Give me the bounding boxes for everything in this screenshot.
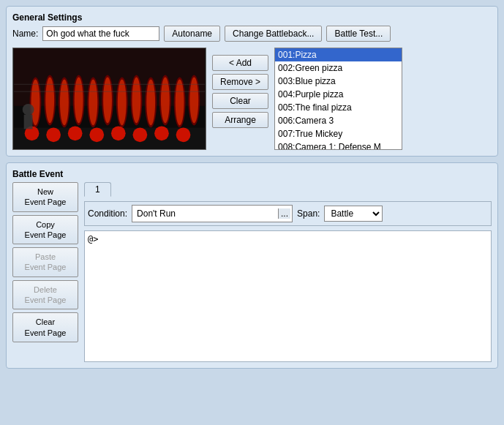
change-battleback-button[interactable]: Change Battleback... xyxy=(225,26,322,42)
battle-event-panel: Battle Event NewEvent Page CopyEvent Pag… xyxy=(6,162,498,369)
svg-point-23 xyxy=(176,79,184,125)
event-text-content: @> xyxy=(88,234,98,244)
new-event-page-button[interactable]: NewEvent Page xyxy=(12,182,78,212)
condition-select-wrapper[interactable]: Don't Run ... xyxy=(132,205,293,222)
condition-label: Condition: xyxy=(88,208,127,219)
name-row: Name: Autoname Change Battleback... Batt… xyxy=(12,26,492,42)
list-item[interactable]: 002:Green pizza xyxy=(275,61,402,75)
condition-value: Don't Run xyxy=(134,207,278,220)
span-select[interactable]: Battle Turn Moment xyxy=(324,206,383,222)
svg-rect-28 xyxy=(14,127,205,149)
general-settings-panel: General Settings Name: Autoname Change B… xyxy=(6,6,498,157)
svg-point-37 xyxy=(23,104,34,116)
name-label: Name: xyxy=(12,29,38,39)
span-label: Span: xyxy=(297,208,320,219)
list-item[interactable]: 007:True Mickey xyxy=(275,127,402,140)
condition-row: Condition: Don't Run ... Span: Battle Tu… xyxy=(84,201,492,226)
event-sidebar: NewEvent Page CopyEvent Page PasteEvent … xyxy=(12,182,78,342)
name-input[interactable] xyxy=(42,26,159,41)
arrange-button[interactable]: Arrange xyxy=(212,112,268,128)
list-item[interactable]: 005:The final pizza xyxy=(275,101,402,114)
svg-point-36 xyxy=(176,127,191,142)
svg-rect-38 xyxy=(24,115,33,129)
remove-button[interactable]: Remove > xyxy=(212,74,268,90)
copy-event-page-button[interactable]: CopyEvent Page xyxy=(12,215,78,245)
delete-event-page-button[interactable]: DeleteEvent Page xyxy=(12,280,78,310)
svg-point-7 xyxy=(60,79,69,125)
tab-row: 1 xyxy=(84,182,492,197)
svg-point-15 xyxy=(118,79,127,125)
battle-event-title: Battle Event xyxy=(12,169,492,179)
svg-point-35 xyxy=(154,126,169,140)
svg-point-31 xyxy=(68,126,83,140)
list-item[interactable]: 003:Blue pizza xyxy=(275,75,402,88)
middle-controls: < Add Remove > Clear Arrange xyxy=(212,48,268,128)
list-item[interactable]: 006:Camera 3 xyxy=(275,114,402,127)
general-settings-title: General Settings xyxy=(12,12,492,23)
svg-point-30 xyxy=(46,127,61,142)
event-content: 1 Condition: Don't Run ... Span: Battle … xyxy=(84,182,492,362)
battle-image xyxy=(12,48,206,150)
clear-event-page-button[interactable]: ClearEvent Page xyxy=(12,312,78,342)
battle-test-button[interactable]: Battle Test... xyxy=(326,26,391,42)
svg-point-33 xyxy=(111,126,126,140)
add-button[interactable]: < Add xyxy=(212,55,268,71)
clear-button[interactable]: Clear xyxy=(212,93,268,109)
item-listbox[interactable]: 001:Pizza002:Green pizza003:Blue pizza00… xyxy=(274,48,402,150)
condition-dots-button[interactable]: ... xyxy=(278,208,290,219)
content-row: < Add Remove > Clear Arrange 001:Pizza00… xyxy=(12,48,492,150)
svg-point-19 xyxy=(146,79,155,125)
event-text-area[interactable]: @> xyxy=(84,230,492,362)
battle-event-inner: NewEvent Page CopyEvent Page PasteEvent … xyxy=(12,182,492,362)
main-container: General Settings Name: Autoname Change B… xyxy=(0,0,504,375)
list-item[interactable]: 001:Pizza xyxy=(275,48,402,61)
list-container: 001:Pizza002:Green pizza003:Blue pizza00… xyxy=(274,48,492,150)
svg-point-11 xyxy=(89,79,97,125)
tab-1[interactable]: 1 xyxy=(84,182,111,197)
svg-point-34 xyxy=(133,127,148,142)
paste-event-page-button[interactable]: PasteEvent Page xyxy=(12,247,78,277)
autoname-button[interactable]: Autoname xyxy=(164,26,220,42)
list-item[interactable]: 004:Purple pizza xyxy=(275,88,402,101)
list-item[interactable]: 008:Camera 1: Defense M xyxy=(275,140,402,150)
svg-point-32 xyxy=(89,127,104,142)
